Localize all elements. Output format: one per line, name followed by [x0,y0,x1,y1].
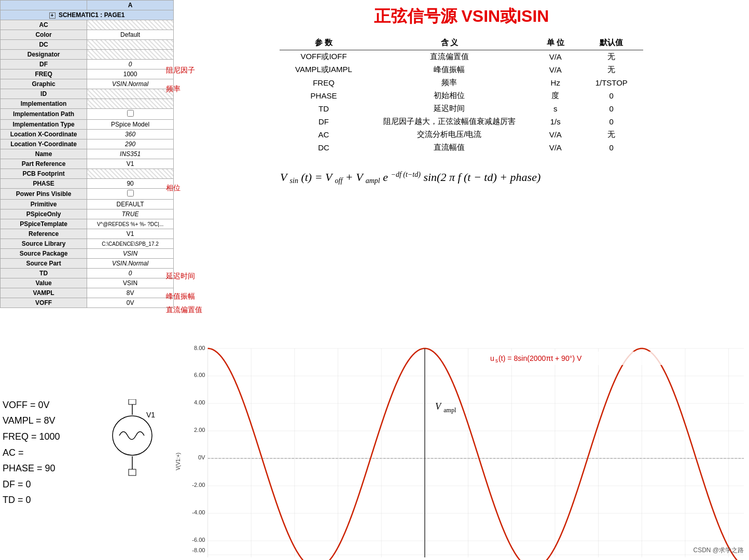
svg-text:4.00: 4.00 [194,399,205,405]
table-row: Source LibraryC:\CADENCE\SPB_17.2 [1,239,174,249]
waveform-chart: 8.00 6.00 4.00 2.00 0V -2.00 -4.00 -6.00… [174,337,749,560]
prop-label: PSpiceOnly [1,209,87,219]
svg-text:-6.00: -6.00 [192,537,205,543]
prop-label: Implementation Path [1,109,87,120]
svg-text:6.00: 6.00 [194,372,205,378]
table-row: Source PartVSIN.Normal [1,259,174,269]
param-cell: 无 [580,63,643,76]
param-cell: 0 [580,115,643,128]
prop-label: Source Library [1,239,87,249]
table-row: ColorDefault [1,30,174,40]
implementation-path-checkbox[interactable] [127,110,134,117]
table-row: PrimitiveDEFAULT [1,200,174,209]
prop-value[interactable] [87,109,174,120]
prop-value [87,40,174,50]
table-row: PSpiceTemplateV^@REFDES %+ %- ?DC|... [1,219,174,229]
prop-value: 290 [87,139,174,149]
param-cell: 直流幅值 [368,141,531,154]
prop-label: AC [1,20,87,30]
param-cell: Hz [531,76,580,89]
info-ac: AC = [3,445,60,461]
expand-icon[interactable]: + [49,12,56,19]
prop-label: Value [1,278,87,288]
power-pins-checkbox[interactable] [127,190,134,197]
prop-label: Source Part [1,259,87,269]
prop-label: PCB Footprint [1,169,87,179]
prop-label: ID [1,89,87,99]
prop-value: INS351 [87,149,174,159]
param-header: 默认值 [580,36,643,50]
prop-value: TRUE [87,209,174,219]
table-row: DF0 [1,60,174,69]
svg-text:8.00: 8.00 [194,345,205,351]
param-cell: 度 [531,89,580,102]
param-cell: 1/s [531,115,580,128]
param-cell: DF [280,115,368,128]
graph-area: 8.00 6.00 4.00 2.00 0V -2.00 -4.00 -6.00… [174,337,749,560]
param-cell: V/A [531,141,580,154]
prop-label: Implementation Type [1,120,87,130]
param-cell: VOFF或IOFF [280,50,368,64]
page-title: 正弦信号源 VSIN或ISIN [184,5,739,28]
prop-value: Default [87,30,174,40]
svg-text:(t) = 8sin(2000πt + 90°) V: (t) = 8sin(2000πt + 90°) V [498,354,582,362]
param-cell: TD [280,102,368,115]
svg-text:2.00: 2.00 [194,427,205,433]
param-cell: 阻尼因子越大，正弦波幅值衰减越厉害 [368,115,531,128]
prop-label: Designator [1,50,87,60]
prop-value: 0 [87,269,174,278]
info-voff: VOFF = 0V [3,397,60,413]
table-row: GraphicVSIN.Normal [1,79,174,89]
table-row: FREQ1000 [1,69,174,79]
prop-label: FREQ [1,69,87,79]
param-cell: V/A [531,63,580,76]
param-cell: FREQ [280,76,368,89]
svg-text:-8.00: -8.00 [192,547,205,553]
info-vampl: VAMPL = 8V [3,413,60,429]
prop-value: 360 [87,130,174,139]
prop-value: 90 [87,179,174,189]
table-row: Implementation Path [1,109,174,120]
table-row: PHASE90 [1,179,174,189]
prop-label: Part Reference [1,159,87,169]
table-row: PSpiceOnlyTRUE [1,209,174,219]
prop-label: Implementation [1,99,87,109]
table-row: Implementation [1,99,174,109]
param-cell: 无 [580,50,643,64]
param-cell: s [531,102,580,115]
prop-value: 0 [87,60,174,69]
param-row: FREQ频率Hz1/TSTOP [280,76,643,89]
param-cell: 初始相位 [368,89,531,102]
table-row: ReferenceV1 [1,229,174,239]
prop-value [87,89,174,99]
prop-label: Power Pins Visible [1,189,87,200]
svg-point-58 [113,416,152,455]
schematic-label: SCHEMATIC1 : PAGE1 [59,11,125,19]
table-row: Source PackageVSIN [1,249,174,259]
prop-value[interactable] [87,189,174,200]
prop-label: VOFF [1,298,87,308]
param-cell: 0 [580,141,643,154]
info-phase: PHASE = 90 [3,460,60,477]
prop-value: 8V [87,288,174,298]
info-freq: FREQ = 1000 [3,429,60,445]
param-header: 参 数 [280,36,368,50]
param-cell: 直流偏置值 [368,50,531,64]
table-row: Location Y-Coordinate290 [1,139,174,149]
svg-rect-1 [174,337,749,560]
param-row: TD延迟时间s0 [280,102,643,115]
prop-value: VSIN [87,278,174,288]
param-header: 含 义 [368,36,531,50]
prop-label: VAMPL [1,288,87,298]
prop-label: Primitive [1,200,87,209]
formula-display: V sin (t) = V off + V ampl e −df (t−td) … [184,159,739,193]
prop-label: PSpiceTemplate [1,219,87,229]
component-info: VOFF = 0V VAMPL = 8V FREQ = 1000 AC = PH… [3,397,60,508]
param-cell: 1/TSTOP [580,76,643,89]
param-table: 参 数含 义单 位默认值 VOFF或IOFF直流偏置值V/A无VAMPL或IAM… [280,36,643,154]
param-row: VOFF或IOFF直流偏置值V/A无 [280,50,643,64]
prop-value: V1 [87,159,174,169]
table-row: Part ReferenceV1 [1,159,174,169]
param-cell: AC [280,128,368,141]
table-row: ValueVSIN [1,278,174,288]
